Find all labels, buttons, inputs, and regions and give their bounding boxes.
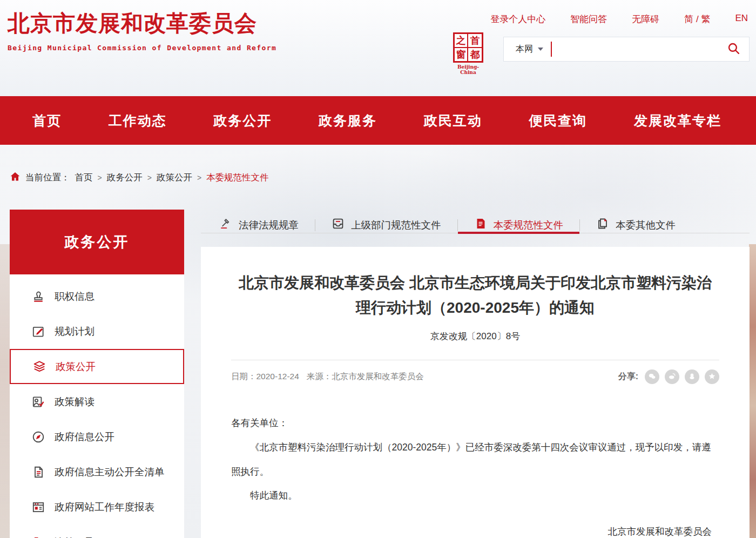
sidebar-item-gov-info-disclosure[interactable]: 政府信息公开	[10, 419, 184, 454]
sidebar-item-decision-directory[interactable]: 决策目录	[10, 524, 184, 538]
report-icon	[31, 500, 45, 514]
smart-qa-link[interactable]: 智能问答	[570, 13, 607, 25]
sidebar-item-label: 政策解读	[55, 395, 94, 408]
accessibility-link[interactable]: 无障碍	[632, 13, 659, 25]
article-title: 北京市发展和改革委员会 北京市生态环境局关于印发北京市塑料污染治理行动计划（20…	[238, 271, 713, 320]
english-link[interactable]: EN	[735, 13, 748, 25]
breadcrumb-link-gov-disclosure[interactable]: 政务公开	[107, 172, 143, 184]
stamp-char: 首	[468, 34, 482, 48]
caret-down-icon	[538, 48, 543, 53]
sidebar-menu: 职权信息 规划计划	[10, 274, 184, 538]
background-art-left	[0, 244, 10, 538]
document-icon	[31, 465, 45, 479]
site-title: 北京市发展和改革委员会	[8, 9, 276, 38]
site-subtitle: Beijing Municipal Commission of Developm…	[8, 44, 276, 52]
stamp-caption: Beijing-China	[451, 64, 485, 75]
breadcrumb-location-label: 当前位置：	[25, 172, 70, 184]
weibo-icon	[667, 372, 677, 382]
article-date: 2020-12-24	[256, 372, 299, 381]
nav-item-home[interactable]: 首页	[32, 112, 62, 130]
article-signature: 北京市发展和改革委员会	[231, 520, 719, 538]
search-icon	[727, 42, 740, 57]
stamp-seal-icon: 之 首 窗 都	[453, 32, 483, 63]
article-panel: 北京市发展和改革委员会 北京市生态环境局关于印发北京市塑料污染治理行动计划（20…	[201, 247, 750, 538]
search-scope-dropdown[interactable]: 本网	[504, 44, 551, 55]
nav-item-convenient-query[interactable]: 便民查询	[529, 112, 587, 130]
sidebar-item-label: 职权信息	[55, 290, 94, 303]
sidebar-item-label: 政府信息主动公开全清单	[55, 465, 165, 479]
breadcrumb: 当前位置： 首页 > 政务公开 > 政策公开 > 本委规范性文件	[10, 171, 269, 184]
person-check-icon	[31, 395, 45, 409]
meta-separator	[231, 360, 719, 360]
nav-item-gov-services[interactable]: 政务服务	[319, 112, 377, 130]
tab-commission-other-documents[interactable]: 本委其他文件	[580, 217, 692, 233]
search-box: 本网	[503, 37, 750, 62]
stamp-icon	[31, 290, 45, 304]
nav-item-work-news[interactable]: 工作动态	[109, 112, 167, 130]
article-paragraph: 《北京市塑料污染治理行动计划（2020-2025年）》已经市委深改委第十四次会议…	[231, 435, 719, 483]
document-number: 京发改规〔2020〕8号	[231, 330, 719, 342]
compass-icon	[31, 430, 45, 444]
tab-label: 本委规范性文件	[494, 218, 564, 232]
site-header: 北京市发展和改革委员会 Beijing Municipal Commission…	[0, 0, 756, 96]
sidebar-item-proactive-disclosure-list[interactable]: 政府信息主动公开全清单	[10, 454, 184, 489]
breadcrumb-separator: >	[197, 173, 201, 182]
breadcrumb-separator: >	[98, 173, 102, 182]
document-tabs: 法律法规规章 上级部门规范性文件	[201, 217, 750, 233]
share-favorite-button[interactable]	[705, 369, 719, 384]
breadcrumb-separator: >	[147, 173, 152, 182]
gavel-icon	[219, 217, 232, 233]
qq-icon	[687, 372, 697, 382]
wechat-icon	[647, 372, 657, 382]
sidebar-item-label: 政策公开	[56, 360, 96, 373]
share-bar: 分享:	[618, 369, 719, 384]
sidebar-item-label: 规划计划	[55, 325, 94, 338]
folder-icon	[31, 535, 45, 538]
login-personal-center-link[interactable]: 登录个人中心	[490, 13, 545, 25]
article-meta: 日期：2020-12-24来源：北京市发展和改革委员会	[231, 371, 424, 382]
layers-icon	[32, 360, 46, 374]
breadcrumb-link-policy-disclosure[interactable]: 政策公开	[157, 172, 192, 184]
files-icon	[596, 217, 609, 233]
sidebar-item-authority-info[interactable]: 职权信息	[10, 279, 184, 314]
sidebar-item-policy-interpretation[interactable]: 政策解读	[10, 384, 184, 419]
tab-label: 上级部门规范性文件	[351, 218, 441, 232]
site-logo[interactable]: 北京市发展和改革委员会 Beijing Municipal Commission…	[8, 9, 276, 52]
sidebar-item-label: 决策目录	[55, 535, 94, 538]
tab-superior-normative-documents[interactable]: 上级部门规范性文件	[315, 217, 457, 233]
nav-item-gov-disclosure[interactable]: 政务公开	[213, 112, 272, 130]
search-button[interactable]	[718, 42, 749, 57]
article-meta-row: 日期：2020-12-24来源：北京市发展和改革委员会 分享:	[231, 369, 719, 384]
content-area: 法律法规规章 上级部门规范性文件	[201, 210, 750, 538]
quick-links: 登录个人中心 智能问答 无障碍 简 / 繁 EN	[490, 13, 748, 25]
sidebar-item-label: 政府网站工作年度报表	[55, 500, 154, 514]
breadcrumb-link-home[interactable]: 首页	[75, 172, 93, 184]
nav-item-reform-column[interactable]: 发展改革专栏	[634, 112, 721, 130]
edit-icon	[31, 325, 45, 339]
search-input[interactable]	[552, 37, 718, 61]
sidebar-item-policy-disclosure[interactable]: 政策公开	[10, 349, 184, 384]
date-label: 日期：	[231, 372, 256, 381]
share-label: 分享:	[618, 371, 638, 382]
article-source: 北京市发展和改革委员会	[332, 372, 424, 381]
breadcrumb-current[interactable]: 本委规范性文件	[206, 172, 269, 184]
share-qq-button[interactable]	[685, 369, 699, 384]
article-paragraph: 特此通知。	[231, 483, 719, 508]
sidebar-item-label: 政府信息公开	[55, 430, 114, 443]
page: 北京市发展和改革委员会 Beijing Municipal Commission…	[0, 0, 756, 538]
sidebar-item-planning[interactable]: 规划计划	[10, 314, 184, 349]
tab-commission-normative-documents[interactable]: 本委规范性文件	[458, 217, 580, 233]
search-scope-label: 本网	[516, 44, 533, 55]
sidebar-item-website-annual-report[interactable]: 政府网站工作年度报表	[10, 489, 184, 524]
home-icon[interactable]	[10, 171, 21, 184]
tab-label: 法律法规规章	[239, 218, 299, 232]
inbox-icon	[332, 217, 345, 233]
main-area: 政务公开 职权信息	[10, 210, 750, 538]
simplified-traditional-toggle[interactable]: 简 / 繁	[684, 13, 710, 25]
main-navigation: 首页 工作动态 政务公开 政务服务 政民互动 便民查询 发展改革专栏	[0, 96, 756, 145]
capital-window-stamp-logo[interactable]: 之 首 窗 都 Beijing-China	[451, 32, 485, 75]
share-weibo-button[interactable]	[665, 369, 679, 384]
share-wechat-button[interactable]	[645, 369, 659, 384]
nav-item-public-interaction[interactable]: 政民互动	[424, 112, 482, 130]
tab-laws-regulations[interactable]: 法律法规规章	[203, 217, 315, 233]
